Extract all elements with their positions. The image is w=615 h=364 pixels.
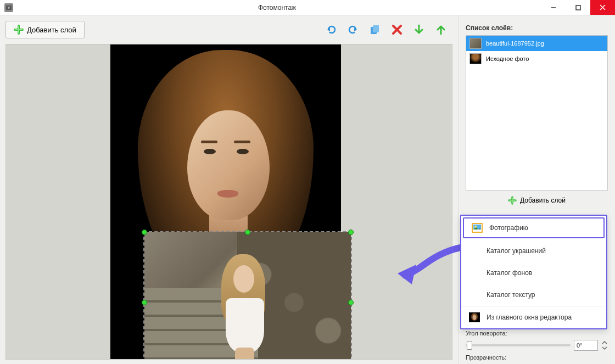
panel-add-layer-label: Добавить слой (520, 197, 566, 204)
layer-item[interactable]: Исходное фото (466, 51, 607, 66)
resize-handle-tl[interactable] (142, 229, 147, 235)
layer-label: Исходное фото (486, 55, 529, 62)
thumbnail-icon (469, 312, 480, 322)
menu-item-label: Каталог текстур (487, 291, 535, 299)
resize-handle-ml[interactable] (142, 300, 147, 305)
add-layer-button[interactable]: Добавить слой (5, 21, 85, 38)
menu-item-label: Каталог украшений (487, 247, 546, 255)
menu-item-label: Каталог фонов (487, 269, 532, 277)
svg-point-14 (473, 315, 477, 320)
spinner-icon[interactable] (601, 340, 608, 351)
window-title: Фотомонтаж (13, 4, 541, 12)
layer-thumbnail (469, 53, 482, 64)
svg-point-11 (474, 226, 477, 228)
rotation-value[interactable]: 0° (574, 340, 598, 351)
annotation-arrow (395, 242, 467, 291)
plus-icon (14, 25, 24, 35)
copy-icon (369, 24, 381, 36)
title-bar: Фотомонтаж (0, 0, 615, 15)
window-controls (541, 0, 615, 15)
layer-thumbnail (469, 38, 482, 49)
menu-item-backgrounds[interactable]: Каталог фонов (461, 262, 606, 284)
menu-item-photo[interactable]: Фотографию (463, 217, 605, 238)
plus-icon (508, 196, 517, 205)
layer-item[interactable]: beautiful-1687952.jpg (466, 36, 607, 51)
panel-add-layer-button[interactable]: Добавить слой (505, 194, 569, 207)
canvas[interactable] (5, 44, 452, 360)
menu-item-label: Фотографию (489, 224, 528, 232)
layer-properties: Угол поворота: 0° Прозрачность: (466, 330, 608, 364)
maximize-button[interactable] (566, 0, 590, 15)
menu-item-decorations[interactable]: Каталог украшений (461, 240, 606, 262)
arrow-up-icon (435, 24, 447, 36)
add-layer-menu: Фотографию Каталог украшений Каталог фон… (460, 215, 607, 329)
svg-point-1 (8, 7, 10, 9)
menu-item-from-editor[interactable]: Из главного окна редактора (461, 306, 606, 328)
rotation-slider[interactable] (466, 344, 571, 346)
resize-handle-tc[interactable] (245, 229, 250, 235)
layers-list[interactable]: beautiful-1687952.jpg Исходное фото (466, 35, 608, 191)
svg-rect-7 (373, 25, 379, 32)
close-button[interactable] (590, 0, 615, 15)
arrow-down-icon (413, 24, 425, 36)
redo-icon (347, 24, 359, 36)
editor-panel: Добавить слой (0, 15, 459, 364)
minimize-button[interactable] (541, 0, 566, 15)
add-layer-label: Добавить слой (27, 26, 76, 34)
layers-title: Список слоёв: (466, 24, 608, 32)
delete-button[interactable] (390, 23, 404, 37)
menu-item-label: Из главного окна редактора (487, 313, 572, 321)
layer-label: beautiful-1687952.jpg (486, 40, 544, 47)
undo-button[interactable] (324, 23, 338, 37)
menu-item-textures[interactable]: Каталог текстур (461, 284, 606, 306)
resize-handle-tr[interactable] (348, 229, 354, 235)
app-icon (4, 3, 13, 12)
layer-up-button[interactable] (434, 23, 448, 37)
delete-icon (391, 24, 403, 36)
layer-down-button[interactable] (412, 23, 426, 37)
opacity-label: Прозрачность: (466, 354, 512, 361)
resize-handle-mr[interactable] (348, 300, 354, 305)
redo-button[interactable] (346, 23, 360, 37)
undo-icon (325, 24, 337, 36)
svg-rect-3 (576, 5, 580, 10)
editor-toolbar: Добавить слой (0, 15, 458, 44)
photo-icon (472, 223, 483, 233)
copy-button[interactable] (368, 23, 382, 37)
rotation-label: Угол поворота: (466, 330, 512, 337)
selected-layer[interactable] (143, 231, 352, 360)
